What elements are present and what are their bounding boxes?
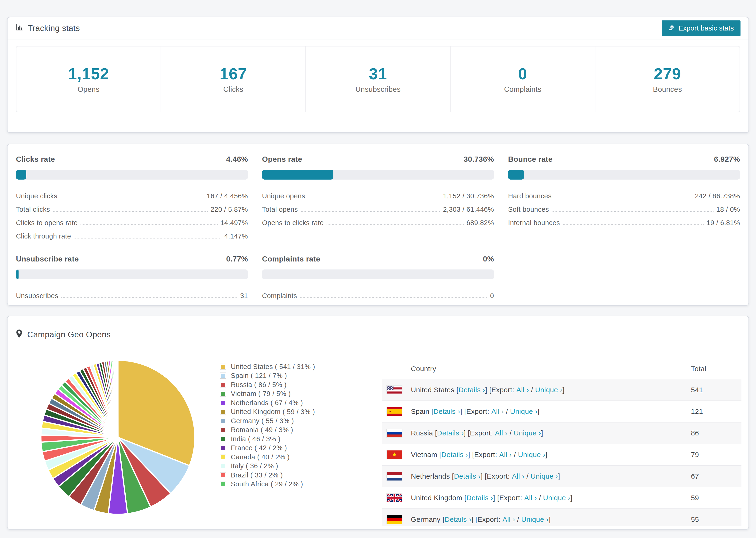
export-unique-link[interactable]: Unique › (518, 451, 545, 459)
legend-swatch (220, 454, 226, 460)
details-link[interactable]: Details › (437, 429, 464, 437)
stat-unsubscribes-value: 31 (369, 65, 387, 83)
stat-bounces-value: 279 (654, 65, 681, 83)
stat-clicks: 167 Clicks (161, 46, 306, 112)
details-link[interactable]: Details › (466, 494, 493, 502)
details-link[interactable]: Details › (459, 386, 485, 394)
export-unique-link[interactable]: Unique › (521, 515, 549, 523)
country-name: United States (411, 386, 454, 394)
stat-clicks-value: 167 (220, 65, 247, 83)
export-all-link[interactable]: All › (512, 472, 524, 480)
stat-clicks-label: Clicks (223, 85, 243, 94)
stat-opens-value: 1,152 (68, 65, 109, 83)
geo-pie-chart (16, 351, 220, 526)
rate-row: Total opens2,303 / 61.446% (262, 200, 494, 213)
unsubscribe-rate-bar (16, 269, 248, 279)
table-row-russia: Russia [Details ›] [Export: All › / Uniq… (382, 422, 741, 444)
stat-complaints: 0 Complaints (451, 46, 595, 112)
legend-item: Romania ( 49 / 3% ) (220, 426, 382, 435)
details-link[interactable]: Details › (433, 407, 460, 415)
country-name: Netherlands (411, 472, 450, 480)
vietnam-flag-icon (387, 450, 403, 459)
legend-item: Canada ( 40 / 2% ) (220, 453, 382, 462)
country-total: 79 (691, 444, 741, 465)
bar-chart-icon (16, 23, 24, 33)
complaints-rate-block: Complaints rate 0% Complaints0 (262, 255, 494, 300)
netherlands-flag-icon (387, 472, 403, 481)
details-link[interactable]: Details › (441, 451, 468, 459)
country-total: 55 (691, 509, 741, 526)
spain-flag-icon (387, 407, 403, 416)
clicks-rate-percent: 4.46% (226, 155, 248, 164)
rate-row: Complaints0 (262, 286, 494, 300)
details-link[interactable]: Details › (445, 515, 471, 523)
complaints-rate-bar (262, 269, 494, 279)
export-all-link[interactable]: All › (516, 386, 529, 394)
export-all-link[interactable]: All › (495, 429, 508, 437)
table-row-germany: Germany [Details ›] [Export: All › / Uni… (382, 509, 741, 526)
unsubscribe-rate-title: Unsubscribe rate (16, 255, 79, 263)
export-unique-link[interactable]: Unique › (535, 386, 563, 394)
country-total: 541 (691, 379, 741, 401)
rate-row: Click through rate4.147% (16, 227, 248, 240)
complaints-rate-title: Complaints rate (262, 255, 320, 263)
rate-row: Unique opens1,152 / 30.736% (262, 187, 494, 200)
legend-swatch (220, 418, 226, 424)
russia-flag-icon (387, 429, 403, 438)
export-icon (668, 24, 675, 32)
export-all-link[interactable]: All › (503, 515, 515, 523)
opens-rate-bar (262, 170, 494, 180)
country-name: Vietnam (411, 451, 437, 459)
stat-opens-label: Opens (78, 85, 99, 94)
table-row-united-states: United States [Details ›] [Export: All ›… (382, 379, 741, 401)
export-unique-link[interactable]: Unique › (531, 472, 558, 480)
overview-stats-row: 1,152 Opens 167 Clicks 31 Unsubscribes 0… (16, 46, 740, 112)
pie-slice-other[interactable] (118, 360, 118, 437)
table-row-vietnam: Vietnam [Details ›] [Export: All › / Uni… (382, 444, 741, 465)
legend-swatch (220, 382, 226, 388)
legend-item: Vietnam ( 79 / 5% ) (220, 389, 382, 399)
country-name: Russia (411, 429, 433, 437)
rate-row: Clicks to opens rate14.497% (16, 213, 248, 227)
details-link[interactable]: Details › (454, 472, 481, 480)
legend-swatch (220, 400, 226, 406)
export-all-link[interactable]: All › (491, 407, 504, 415)
legend-item: Russia ( 86 / 5% ) (220, 380, 382, 389)
total-column-header: Total (691, 358, 741, 379)
map-pin-icon (16, 329, 23, 340)
country-total: 121 (691, 401, 741, 422)
export-all-link[interactable]: All › (499, 451, 512, 459)
legend-swatch (220, 427, 226, 433)
legend-swatch (220, 364, 226, 370)
rates-card: Clicks rate 4.46% Unique clicks167 / 4.4… (7, 144, 749, 306)
stat-bounces-label: Bounces (653, 85, 682, 94)
stat-bounces: 279 Bounces (595, 46, 739, 112)
stat-complaints-value: 0 (518, 65, 527, 83)
uk-flag-icon (387, 493, 403, 502)
bounce-rate-title: Bounce rate (508, 155, 553, 164)
legend-item: India ( 46 / 3% ) (220, 435, 382, 444)
rate-row: Total clicks220 / 5.87% (16, 200, 248, 213)
export-basic-stats-button[interactable]: Export basic stats (662, 21, 740, 36)
tracking-stats-header: Tracking stats Export basic stats (8, 17, 748, 39)
country-total: 86 (691, 422, 741, 444)
legend-item: South Africa ( 29 / 2% ) (220, 480, 382, 489)
legend-item: Spain ( 121 / 7% ) (220, 371, 382, 381)
export-unique-link[interactable]: Unique › (543, 494, 570, 502)
export-unique-link[interactable]: Unique › (510, 407, 538, 415)
overview-stats: 1,152 Opens 167 Clicks 31 Unsubscribes 0… (8, 39, 748, 119)
legend-item: Brazil ( 33 / 2% ) (220, 471, 382, 480)
geo-title: Campaign Geo Opens (27, 330, 111, 339)
table-row-spain: Spain [Details ›] [Export: All › / Uniqu… (382, 401, 741, 422)
export-unique-link[interactable]: Unique › (514, 429, 541, 437)
legend-item: United Kingdom ( 59 / 3% ) (220, 407, 382, 417)
legend-swatch (220, 436, 226, 442)
rate-row: Opens to clicks rate689.82% (262, 213, 494, 227)
stat-unsubscribes: 31 Unsubscribes (306, 46, 451, 112)
legend-swatch (220, 472, 226, 478)
legend-item: Germany ( 55 / 3% ) (220, 416, 382, 426)
legend-item: France ( 42 / 2% ) (220, 444, 382, 453)
export-all-link[interactable]: All › (524, 494, 537, 502)
geo-legend: United States ( 541 / 31% ) Spain ( 121 … (220, 351, 382, 526)
table-row-united-kingdom: United Kingdom [Details ›] [Export: All … (382, 487, 741, 509)
